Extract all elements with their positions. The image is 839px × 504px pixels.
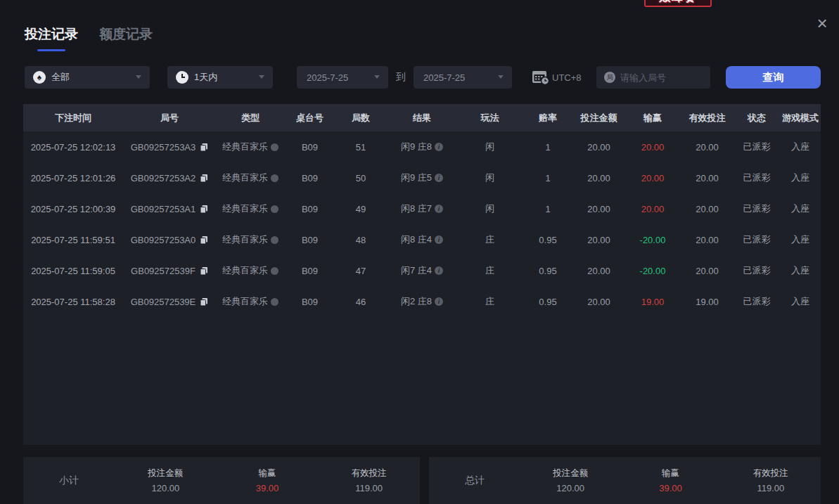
time-range-select[interactable]: 1天内 [167, 66, 273, 89]
col-header-bet-amount: 投注金额 [573, 112, 625, 124]
copy-icon[interactable] [200, 297, 208, 306]
date-to-label: 到 [396, 71, 406, 84]
info-icon[interactable]: i [435, 297, 443, 306]
cell-bet-time: 2025-07-25 12:02:13 [23, 142, 123, 153]
cell-bet-time: 2025-07-25 12:00:39 [23, 204, 123, 214]
info-icon[interactable]: i [435, 235, 443, 244]
cell-play: 闲 [457, 202, 523, 215]
cell-status: 已派彩 [734, 233, 780, 246]
bet-records-table: 下注时间 局号 类型 桌台号 局数 结果 玩法 赔率 投注金额 输赢 有效投注 … [23, 104, 821, 445]
timezone-indicator[interactable]: UTC+8 [532, 69, 582, 86]
round-id-input[interactable] [620, 72, 701, 83]
close-icon[interactable]: × [814, 15, 831, 32]
cell-round-id: GB09257253A3 [123, 142, 216, 153]
subtotal-title: 小计 [23, 474, 115, 487]
cell-bet-time: 2025-07-25 12:01:26 [23, 173, 123, 183]
table-row: 2025-07-25 12:02:13 GB09257253A3 经典百家乐 B… [23, 131, 821, 162]
cell-play: 庄 [457, 233, 523, 246]
chevron-down-icon [259, 75, 264, 79]
cell-bet-amount: 20.00 [573, 142, 625, 153]
cell-type: 经典百家乐 [216, 172, 285, 184]
cell-round: 46 [335, 297, 387, 307]
info-icon[interactable]: i [435, 174, 443, 182]
date-from-value: 2025-7-25 [307, 72, 348, 83]
tab-quota-records[interactable]: 额度记录 [99, 25, 153, 51]
cell-result: 闲8 庄4 i [387, 233, 457, 246]
game-type-select[interactable]: ♠ 全部 [25, 66, 150, 89]
date-to-picker[interactable]: 2025-7-25 [414, 66, 512, 89]
cell-bet-amount: 20.00 [573, 173, 625, 183]
cell-game-mode: 入座 [780, 172, 821, 184]
col-header-status: 状态 [734, 112, 780, 124]
cell-valid-bet: 19.00 [681, 297, 734, 307]
game-type-icon [271, 236, 278, 244]
info-icon[interactable]: i [435, 143, 443, 151]
cell-win-loss: 20.00 [625, 142, 681, 153]
cell-round: 50 [335, 173, 387, 183]
copy-icon[interactable] [200, 143, 208, 152]
cell-bet-time: 2025-07-25 11:58:28 [23, 297, 123, 307]
info-icon[interactable]: i [435, 266, 443, 275]
info-icon[interactable]: i [435, 205, 443, 213]
round-id-icon: 局 [604, 72, 615, 83]
cell-win-loss: 19.00 [625, 297, 681, 307]
cell-result: 闲8 庄7 i [387, 202, 457, 215]
table-body: 2025-07-25 12:02:13 GB09257253A3 经典百家乐 B… [23, 131, 821, 317]
table-row: 2025-07-25 11:58:28 GB092572539E 经典百家乐 B… [23, 286, 821, 317]
cell-game-mode: 入座 [780, 202, 821, 215]
cell-odds: 0.95 [523, 266, 573, 276]
chevron-down-icon [374, 75, 380, 79]
copy-icon[interactable] [200, 235, 208, 245]
cell-status: 已派彩 [734, 141, 780, 153]
subtotal-bet-amount: 投注金额 120.00 [115, 467, 217, 493]
cell-odds: 1 [523, 142, 573, 153]
copy-icon[interactable] [200, 174, 208, 183]
cell-round-id: GB092572539E [123, 297, 216, 307]
spade-icon: ♠ [33, 71, 46, 84]
cell-play: 庄 [457, 264, 523, 277]
copy-icon[interactable] [200, 205, 208, 214]
query-button[interactable]: 查询 [726, 66, 821, 89]
col-header-play: 玩法 [457, 112, 523, 124]
cell-result: 闲7 庄4 i [387, 264, 457, 277]
col-header-game-mode: 游戏模式 [780, 112, 821, 124]
time-range-value: 1天内 [194, 71, 217, 84]
cell-result: 闲9 庄5 i [387, 172, 457, 184]
tab-bet-records[interactable]: 投注记录 [25, 25, 78, 51]
cell-bet-amount: 20.00 [573, 235, 625, 245]
cell-bet-amount: 20.00 [573, 204, 625, 214]
total-valid-bet: 有效投注 119.00 [721, 467, 821, 493]
cell-round: 51 [335, 142, 387, 153]
brand-logo-text: 巅峰赛 [659, 0, 697, 5]
cell-round-id: GB09257253A0 [123, 235, 216, 245]
clock-icon [176, 71, 188, 84]
cell-status: 已派彩 [734, 264, 780, 277]
cell-valid-bet: 20.00 [681, 142, 734, 153]
chevron-down-icon [136, 75, 141, 79]
game-type-icon [271, 298, 278, 306]
subtotal-panel: 小计 投注金额 120.00 输赢 39.00 有效投注 119.00 [23, 457, 420, 504]
copy-icon[interactable] [200, 266, 208, 276]
table-row: 2025-07-25 11:59:51 GB09257253A0 经典百家乐 B… [23, 224, 821, 255]
cell-round-id: GB092572539F [123, 266, 216, 276]
cell-valid-bet: 20.00 [681, 204, 734, 214]
cell-round-id: GB09257253A1 [123, 204, 216, 214]
col-header-bet-time: 下注时间 [23, 112, 123, 124]
cell-play: 闲 [457, 172, 523, 184]
cell-odds: 0.95 [523, 235, 573, 245]
date-from-picker[interactable]: 2025-7-25 [297, 66, 388, 89]
table-row: 2025-07-25 12:01:26 GB09257253A2 经典百家乐 B… [23, 162, 821, 193]
active-tab-underline [37, 49, 65, 51]
cell-win-loss: 20.00 [625, 173, 681, 183]
chevron-down-icon [498, 75, 504, 79]
cell-bet-time: 2025-07-25 11:59:05 [23, 266, 123, 276]
filter-bar: ♠ 全部 1天内 2025-7-25 到 2025-7-25 [0, 66, 839, 89]
col-header-type: 类型 [216, 112, 285, 124]
cell-odds: 1 [523, 204, 573, 214]
round-id-search: 局 [596, 66, 710, 89]
cell-table-no: B09 [285, 297, 335, 307]
game-type-icon [271, 143, 278, 151]
col-header-round-id: 局号 [123, 112, 216, 124]
cell-table-no: B09 [285, 204, 335, 214]
tab-bar: 投注记录 额度记录 [25, 25, 153, 51]
